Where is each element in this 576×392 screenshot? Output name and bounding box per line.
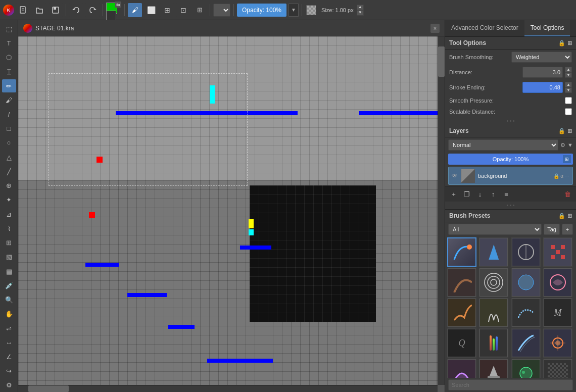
pan-button[interactable]: ✋: [2, 308, 16, 321]
layer-opacity-bar[interactable]: Opacity: 100% ⊞: [448, 154, 573, 165]
brush-preset-7[interactable]: [511, 268, 541, 297]
layers-float-icon[interactable]: ⊞: [567, 128, 572, 134]
brush-smoothing-select[interactable]: Weighted None Basic Stabilizer: [511, 52, 572, 63]
brush-filter-select[interactable]: All: [448, 224, 542, 235]
polyline-tool-button[interactable]: ╱: [2, 165, 16, 178]
brush-preset-18[interactable]: [479, 359, 508, 378]
copy-layer-btn[interactable]: ❐: [461, 188, 472, 200]
layer-opacity-expand-btn[interactable]: ⊞: [563, 155, 571, 163]
canvas-content[interactable]: [18, 36, 438, 385]
measure-button[interactable]: ⊿: [2, 208, 16, 221]
paint-tool-button[interactable]: ✏: [2, 79, 16, 92]
angle-button[interactable]: ∠: [2, 350, 16, 363]
layer-alpha-icon[interactable]: α: [560, 173, 563, 179]
assistant-button[interactable]: ⌇: [2, 222, 16, 235]
blend-mode-select[interactable]: Normal: [213, 4, 230, 17]
scrollbar-horizontal[interactable]: [18, 385, 438, 392]
brush-preset-4[interactable]: [543, 237, 572, 267]
brush-tool-button[interactable]: 🖌: [2, 93, 16, 107]
open-file-button[interactable]: [32, 3, 46, 17]
smooth-pressure-checkbox[interactable]: [565, 97, 572, 104]
brush-presets-float-icon[interactable]: ⊞: [567, 213, 572, 219]
layer-more-icon[interactable]: ⋯: [564, 173, 569, 179]
layer-blend-mode-select[interactable]: Normal: [448, 139, 558, 151]
transform-tool-button[interactable]: ⬚: [2, 22, 16, 35]
wrap-around-button[interactable]: ⊡: [176, 3, 190, 17]
erase-button[interactable]: ⬜: [144, 3, 158, 17]
brush-preset-10[interactable]: [479, 298, 508, 327]
clone-stamp-button[interactable]: ✦: [2, 193, 16, 207]
move-button[interactable]: ↔: [2, 336, 16, 349]
brush-tag-button[interactable]: Tag: [544, 224, 560, 235]
opacity-slider[interactable]: ▼: [289, 4, 299, 17]
layer-properties-btn[interactable]: ≡: [501, 188, 512, 200]
line-tool-button[interactable]: /: [2, 108, 16, 121]
size-spinner[interactable]: ▲ ▼: [357, 5, 364, 16]
layer-visibility-icon[interactable]: 👁: [452, 172, 458, 179]
stroke-ending-up-btn[interactable]: ▲: [565, 82, 572, 87]
brush-presets-lock-icon[interactable]: 🔒: [558, 213, 565, 219]
text-tool-button[interactable]: T: [2, 36, 16, 50]
brush-preset-8[interactable]: [543, 268, 572, 297]
distance-down-btn[interactable]: ▼: [565, 72, 572, 78]
brush-preset-12[interactable]: M: [543, 298, 572, 327]
brush-preset-19[interactable]: [511, 359, 541, 378]
opacity-button[interactable]: Opacity: 100%: [237, 4, 286, 17]
polygon-tool-button[interactable]: △: [2, 151, 16, 164]
mirror-button[interactable]: ⇌: [2, 322, 16, 335]
brush-preset-3[interactable]: [511, 237, 541, 267]
undo-button[interactable]: [69, 3, 83, 17]
tab-tool-options[interactable]: Tool Options: [524, 20, 570, 36]
brush-preset-15[interactable]: [511, 328, 541, 358]
move-layer-up-btn[interactable]: ↑: [488, 188, 499, 200]
tool-options-lock-icon[interactable]: 🔒: [558, 40, 565, 46]
smart-patch-tool-button[interactable]: ⊕: [2, 179, 16, 192]
swap-colors-button[interactable]: ⇆: [115, 2, 121, 8]
layer-lock-icon[interactable]: 🔒: [553, 173, 559, 179]
preserve-alpha-button[interactable]: ⊞: [160, 3, 174, 17]
ellipse-tool-button[interactable]: ○: [2, 136, 16, 150]
brush-preset-13[interactable]: Q: [447, 328, 476, 358]
delete-layer-btn[interactable]: 🗑: [562, 188, 573, 200]
brush-search-input[interactable]: [448, 379, 573, 390]
canvas-close-button[interactable]: ×: [430, 24, 440, 33]
gradient-button[interactable]: ▤: [2, 265, 16, 278]
layer-filter-icon[interactable]: ⚙: [560, 142, 565, 149]
brush-preset-16[interactable]: [543, 328, 572, 358]
brush-preset-1[interactable]: [447, 237, 476, 267]
brush-preset-14[interactable]: [479, 328, 508, 358]
tab-advanced-color[interactable]: Advanced Color Selector: [445, 20, 524, 36]
scalable-distance-checkbox[interactable]: [565, 108, 572, 115]
eyedropper-button[interactable]: 💉: [2, 279, 16, 292]
brush-preset-11[interactable]: [511, 298, 541, 327]
stroke-ending-down-btn[interactable]: ▼: [565, 87, 572, 93]
distance-input[interactable]: [522, 67, 563, 78]
brush-add-button[interactable]: +: [562, 224, 573, 235]
size-up-btn[interactable]: ▲: [357, 5, 364, 10]
crop-button[interactable]: ⊞: [2, 236, 16, 250]
freehand-selection-button[interactable]: ⌶: [2, 65, 16, 78]
contiguous-selection-button[interactable]: ⬡: [2, 51, 16, 64]
size-down-btn[interactable]: ▼: [357, 10, 364, 16]
move-layer-down-btn[interactable]: ↓: [474, 188, 486, 200]
scrollbar-vertical[interactable]: [438, 36, 445, 385]
fill-button[interactable]: ▧: [2, 251, 16, 264]
brush-preset-5[interactable]: [447, 268, 476, 297]
layer-background-item[interactable]: 👁 background 🔒 α ⋯: [448, 167, 573, 185]
stroke-ending-input[interactable]: [522, 82, 563, 93]
brush-preset-9[interactable]: [447, 298, 476, 327]
tool-options-float-icon[interactable]: ⊞: [567, 40, 572, 46]
save-file-button[interactable]: [49, 3, 63, 17]
background-color[interactable]: [106, 11, 116, 21]
new-file-button[interactable]: [16, 3, 30, 17]
brush-preset-20[interactable]: [543, 359, 572, 378]
brush-preset-2[interactable]: [479, 237, 508, 267]
layer-filter2-icon[interactable]: ▼: [567, 142, 573, 148]
add-layer-btn[interactable]: +: [448, 188, 459, 200]
rectangle-tool-button[interactable]: □: [2, 122, 16, 135]
wrap-button[interactable]: ↪: [2, 365, 16, 378]
brush-preset-17[interactable]: [447, 359, 476, 378]
settings-button[interactable]: ⚙: [2, 379, 16, 392]
redo-button[interactable]: [85, 3, 100, 17]
distance-up-btn[interactable]: ▲: [565, 67, 572, 72]
